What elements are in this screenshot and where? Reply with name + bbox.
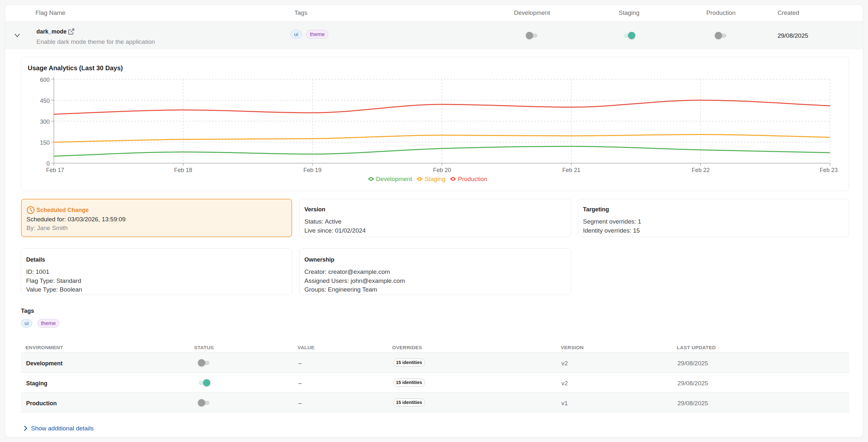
svg-text:Feb 23: Feb 23 — [819, 167, 838, 173]
svg-text:Production: Production — [458, 176, 487, 182]
svg-text:Feb 18: Feb 18 — [174, 167, 192, 173]
svg-text:Feb 20: Feb 20 — [433, 167, 451, 173]
svg-text:Feb 22: Feb 22 — [692, 167, 710, 173]
svg-text:0: 0 — [46, 161, 50, 167]
svg-text:Feb 21: Feb 21 — [562, 167, 580, 173]
svg-text:Development: Development — [376, 176, 412, 182]
svg-text:600: 600 — [40, 77, 50, 83]
svg-text:Feb 19: Feb 19 — [303, 167, 321, 173]
svg-text:150: 150 — [40, 139, 50, 146]
svg-text:450: 450 — [40, 98, 50, 104]
svg-text:Staging: Staging — [425, 176, 445, 182]
svg-text:300: 300 — [40, 118, 50, 125]
svg-text:Feb 17: Feb 17 — [46, 167, 64, 173]
